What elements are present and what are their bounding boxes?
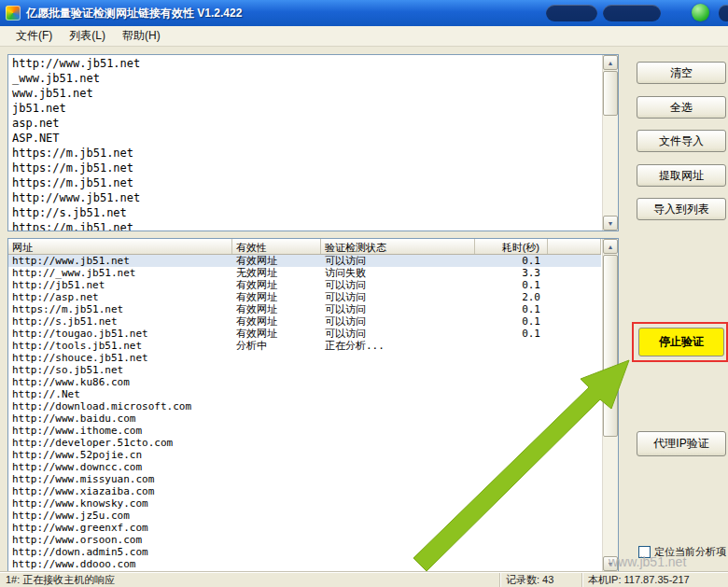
scrollbar-thumb[interactable] <box>603 71 618 116</box>
table-row[interactable]: http://_www.jb51.net无效网址访问失败3.3 <box>8 267 601 279</box>
file-import-button[interactable]: 文件导入 <box>637 130 726 152</box>
table-row[interactable]: http://www.ddooo.com <box>8 558 601 570</box>
table-row[interactable]: http://www.jz5u.com <box>8 510 601 522</box>
table-cell-filler <box>548 291 601 303</box>
table-row[interactable]: http://www.52pojie.cn <box>8 449 601 461</box>
table-cell: http://asp.net <box>8 291 232 303</box>
table-cell: 可以访问 <box>321 255 475 267</box>
scroll-up-icon[interactable]: ▲ <box>603 55 618 70</box>
url-line[interactable]: https://m.jb51.net <box>8 220 601 231</box>
table-cell-filler <box>548 437 601 449</box>
results-table-header: 网址 有效性 验证检测状态 耗时(秒) <box>8 239 601 255</box>
import-to-list-button[interactable]: 导入到列表 <box>637 198 726 220</box>
url-line[interactable]: https://m.jb51.net <box>8 161 601 175</box>
url-line[interactable]: www.jb51.net <box>8 86 601 101</box>
url-line[interactable]: jb51.net <box>8 101 601 116</box>
table-cell: http://www.baidu.com <box>8 412 232 425</box>
table-cell-filler <box>548 522 601 534</box>
table-row[interactable]: http://www.ku86.com <box>8 376 601 388</box>
proxy-ip-verify-button[interactable]: 代理IP验证 <box>637 431 726 456</box>
menu-list[interactable]: 列表(L) <box>61 25 114 47</box>
table-cell <box>475 376 548 388</box>
url-line[interactable]: http://www.jb51.net <box>8 56 601 71</box>
table-cell <box>475 546 548 558</box>
table-cell <box>475 534 548 546</box>
column-header-url[interactable]: 网址 <box>8 239 232 254</box>
url-line[interactable]: https://m.jb51.net <box>8 175 601 190</box>
column-header-validity[interactable]: 有效性 <box>232 239 321 254</box>
table-cell: http://www.ku86.com <box>8 376 232 388</box>
results-table[interactable]: 网址 有效性 验证检测状态 耗时(秒) http://www.jb51.net有… <box>7 238 619 572</box>
titlebar-button-1[interactable] <box>546 5 597 21</box>
table-cell <box>321 364 475 376</box>
titlebar-button-2[interactable] <box>603 5 661 21</box>
table-cell-filler <box>548 461 601 473</box>
url-input-list[interactable]: http://www.jb51.net_www.jb51.netwww.jb51… <box>7 54 619 231</box>
select-all-button[interactable]: 全选 <box>637 96 726 119</box>
table-cell: http://www.orsoon.com <box>8 534 232 546</box>
table-row[interactable]: http://www.ithome.com <box>8 425 601 437</box>
table-row[interactable]: http://tougao.jb51.net有效网址可以访问0.1 <box>8 328 601 340</box>
table-row[interactable]: http://www.downcc.com <box>8 461 601 473</box>
table-cell-filler <box>548 267 601 279</box>
table-row[interactable]: http://www.xiazaiba.com <box>8 485 601 497</box>
scrollbar-thumb[interactable] <box>603 255 618 437</box>
url-line[interactable]: http://www.jb51.net <box>8 190 601 205</box>
table-cell: 有效网址 <box>232 255 321 267</box>
table-cell: http://download.microsoft.com <box>8 400 232 412</box>
table-row[interactable]: http://www.missyuan.com <box>8 473 601 485</box>
scroll-up-icon[interactable]: ▲ <box>603 239 618 254</box>
table-cell-filler <box>548 558 601 570</box>
url-line[interactable]: https://m.jb51.net <box>8 146 601 161</box>
url-line[interactable]: http://s.jb51.net <box>8 205 601 220</box>
table-row[interactable]: http://www.baidu.com <box>8 412 601 425</box>
table-row[interactable]: http://download.microsoft.com <box>8 400 601 412</box>
table-cell <box>321 546 475 558</box>
table-row[interactable]: http://www.orsoon.com <box>8 534 601 546</box>
table-cell: http://www.greenxf.com <box>8 522 232 534</box>
table-row[interactable]: http://s.jb51.net有效网址可以访问0.1 <box>8 315 601 328</box>
titlebar-button-3[interactable] <box>719 5 728 21</box>
table-cell <box>321 376 475 388</box>
table-row[interactable]: http://www.knowsky.com <box>8 497 601 510</box>
table-cell: 无效网址 <box>232 267 321 279</box>
table-cell <box>475 522 548 534</box>
url-list-scrollbar[interactable]: ▲ ▼ <box>602 55 618 231</box>
table-row[interactable]: http://so.jb51.net <box>8 364 601 376</box>
column-header-status[interactable]: 验证检测状态 <box>321 239 475 254</box>
table-cell-filler <box>548 315 601 328</box>
green-status-icon[interactable] <box>692 4 709 21</box>
column-header-time[interactable]: 耗时(秒) <box>475 239 548 254</box>
table-row[interactable]: http://www.jb51.net有效网址可以访问0.1 <box>8 255 601 267</box>
table-row[interactable]: https://m.jb51.net有效网址可以访问0.1 <box>8 303 601 315</box>
clear-button[interactable]: 清空 <box>637 62 726 84</box>
table-row[interactable]: http://developer.51cto.com <box>8 437 601 449</box>
table-cell-filler <box>548 376 601 388</box>
status-message: 1#: 正在接收主机的响应 <box>0 573 500 587</box>
table-row[interactable]: http://jb51.net有效网址可以访问0.1 <box>8 279 601 291</box>
url-line[interactable]: asp.net <box>8 116 601 131</box>
stop-verify-button[interactable]: 停止验证 <box>638 328 724 356</box>
table-row[interactable]: http://asp.net有效网址可以访问2.0 <box>8 291 601 303</box>
table-row[interactable]: http://shouce.jb51.net <box>8 352 601 364</box>
results-table-scrollbar[interactable]: ▲ ▼ <box>602 239 618 571</box>
table-cell: http://www.ithome.com <box>8 425 232 437</box>
table-row[interactable]: http://down.admin5.com <box>8 546 601 558</box>
table-cell <box>475 497 548 510</box>
extract-urls-button[interactable]: 提取网址 <box>637 164 726 187</box>
column-header-filler <box>548 239 601 254</box>
menu-file[interactable]: 文件(F) <box>7 25 61 47</box>
table-row[interactable]: http://tools.jb51.net分析中正在分析... <box>8 340 601 352</box>
table-cell: 分析中 <box>232 340 321 352</box>
menu-help[interactable]: 帮助(H) <box>114 25 169 47</box>
url-line[interactable]: _www.jb51.net <box>8 71 601 86</box>
table-cell: http://jb51.net <box>8 279 232 291</box>
table-cell-filler <box>548 388 601 400</box>
url-input-list-lines: http://www.jb51.net_www.jb51.netwww.jb51… <box>8 56 601 231</box>
table-cell-filler <box>548 400 601 412</box>
table-cell <box>232 485 321 497</box>
table-row[interactable]: http://www.greenxf.com <box>8 522 601 534</box>
url-line[interactable]: ASP.NET <box>8 131 601 146</box>
table-row[interactable]: http://.Net <box>8 388 601 400</box>
scroll-down-icon[interactable]: ▼ <box>603 216 618 231</box>
